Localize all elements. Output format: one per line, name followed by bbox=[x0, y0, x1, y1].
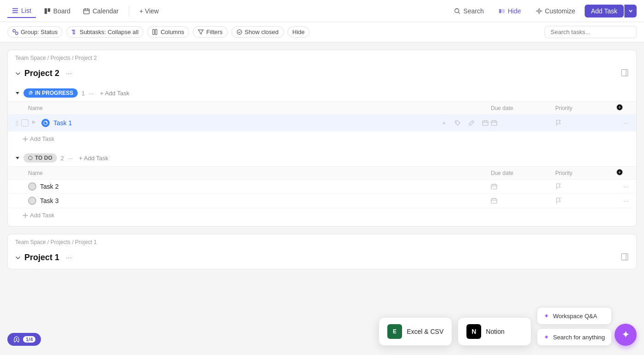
columns-chip[interactable]: Columns bbox=[147, 26, 189, 38]
toolbar-right bbox=[545, 26, 637, 38]
project-1-more[interactable]: ··· bbox=[66, 254, 72, 262]
nav-right: Search Hide Customize Add Task bbox=[448, 5, 637, 17]
task-1-more[interactable]: ··· bbox=[610, 119, 629, 127]
task-2-duedate[interactable] bbox=[491, 183, 555, 190]
todo-header: TO DO 2 ··· + Add Task bbox=[8, 150, 636, 166]
in-progress-group: IN PROGRESS 1 ··· + Add Task Name Due da… bbox=[8, 85, 636, 146]
task-3-duedate[interactable] bbox=[491, 198, 555, 204]
task-1-priority[interactable] bbox=[555, 120, 610, 126]
sparkle-icon: ✦ bbox=[544, 312, 549, 320]
notion-icon: N bbox=[466, 324, 481, 339]
tag-icon bbox=[454, 120, 461, 126]
toolbar: Group: Status Subtasks: Collapse all Col… bbox=[0, 22, 644, 42]
svg-rect-7 bbox=[499, 9, 501, 13]
task-3-priority[interactable] bbox=[555, 198, 610, 204]
task-1-duedate[interactable] bbox=[491, 120, 555, 126]
task-1-date-btn[interactable] bbox=[480, 117, 491, 128]
svg-point-30 bbox=[16, 338, 17, 340]
task-2-more[interactable]: ··· bbox=[610, 183, 629, 190]
task-3-status-icon bbox=[28, 197, 36, 205]
filter-icon bbox=[198, 29, 204, 35]
table-row[interactable]: ⣿ ▶ Task 1 + bbox=[8, 115, 636, 132]
project-2-breadcrumb: Team Space / Projects / Project 2 bbox=[8, 50, 636, 62]
task-1-add-btn[interactable]: + bbox=[438, 117, 449, 128]
show-closed-chip[interactable]: Show closed bbox=[231, 26, 284, 38]
nav-list[interactable]: List bbox=[7, 4, 36, 18]
hide-button[interactable]: Hide bbox=[493, 5, 527, 17]
project-2-more[interactable]: ··· bbox=[66, 70, 72, 78]
todo-add-task-row[interactable]: Add Task bbox=[8, 208, 636, 222]
svg-rect-24 bbox=[491, 121, 497, 126]
customize-button[interactable]: Customize bbox=[530, 5, 581, 17]
subtasks-chip[interactable]: Subtasks: Collapse all bbox=[66, 26, 144, 38]
drag-handle-icon: ⣿ bbox=[15, 120, 19, 126]
right-popups: ✦ Workspace Q&A ✦ Search for anything bbox=[537, 307, 612, 346]
in-progress-more[interactable]: ··· bbox=[89, 90, 94, 97]
task-3-more[interactable]: ··· bbox=[610, 197, 629, 204]
project-2-collapse-icon[interactable] bbox=[15, 71, 21, 76]
main-content: Team Space / Projects / Project 2 Projec… bbox=[0, 42, 644, 353]
top-nav: List Board Calendar + View Search Hide C… bbox=[0, 0, 644, 22]
add-col-icon-todo[interactable] bbox=[616, 169, 623, 176]
svg-rect-0 bbox=[12, 8, 18, 9]
in-progress-add-task-row[interactable]: Add Task bbox=[8, 132, 636, 146]
project-1-sidebar-toggle[interactable] bbox=[621, 253, 629, 262]
task-3-cal-icon bbox=[491, 198, 497, 204]
nav-calendar[interactable]: Calendar bbox=[79, 5, 123, 17]
floating-bottom: 1/4 bbox=[7, 333, 41, 346]
svg-point-25 bbox=[29, 156, 32, 160]
svg-point-10 bbox=[13, 29, 16, 32]
todo-collapse-icon[interactable] bbox=[15, 156, 20, 160]
sidebar-toggle-icon bbox=[621, 69, 629, 77]
notion-popup[interactable]: N Notion bbox=[458, 317, 531, 346]
in-progress-add-task[interactable]: + Add Task bbox=[97, 89, 132, 98]
add-task-dropdown[interactable] bbox=[624, 5, 637, 17]
project-2-sidebar-toggle[interactable] bbox=[621, 69, 629, 78]
nav-separator bbox=[129, 6, 129, 17]
table-row[interactable]: Task 3 ··· bbox=[8, 194, 636, 208]
hide-chip[interactable]: Hide bbox=[288, 26, 310, 38]
project-1-collapse-icon[interactable] bbox=[15, 255, 21, 261]
svg-rect-16 bbox=[155, 29, 157, 35]
task-2-cal-icon bbox=[491, 183, 497, 190]
filters-chip[interactable]: Filters bbox=[193, 26, 227, 38]
group-icon bbox=[12, 29, 18, 35]
in-progress-col-headers: Name Due date Priority bbox=[8, 101, 636, 115]
svg-rect-1 bbox=[12, 10, 18, 11]
svg-rect-23 bbox=[483, 121, 488, 126]
task-1-expand[interactable]: ▶ bbox=[32, 119, 40, 127]
gear-icon bbox=[536, 8, 542, 14]
task-2-priority[interactable] bbox=[555, 183, 610, 190]
project-2-card: Team Space / Projects / Project 2 Projec… bbox=[7, 50, 637, 227]
svg-point-17 bbox=[237, 29, 242, 34]
add-task-button[interactable]: Add Task bbox=[585, 5, 624, 17]
add-col-icon[interactable] bbox=[616, 104, 623, 111]
excel-csv-popup[interactable]: E Excel & CSV bbox=[379, 317, 452, 346]
todo-more[interactable]: ··· bbox=[68, 155, 73, 162]
todo-add-task[interactable]: + Add Task bbox=[76, 154, 111, 163]
search-tasks-input[interactable] bbox=[545, 26, 637, 38]
group-status-chip[interactable]: Group: Status bbox=[7, 26, 63, 38]
svg-rect-12 bbox=[72, 30, 75, 31]
flag-icon bbox=[555, 120, 562, 126]
table-row[interactable]: Task 2 ··· bbox=[8, 180, 636, 194]
todo-group: TO DO 2 ··· + Add Task Name Due date Pri… bbox=[8, 150, 636, 222]
columns-icon bbox=[152, 29, 158, 35]
task-1-edit-btn[interactable] bbox=[466, 117, 477, 128]
search-anything-popup[interactable]: ✦ Search for anything bbox=[537, 328, 612, 346]
subtasks-icon bbox=[71, 29, 77, 35]
fab-button[interactable]: ✦ bbox=[615, 324, 637, 346]
svg-rect-15 bbox=[153, 29, 155, 35]
task-1-checkbox[interactable] bbox=[21, 119, 29, 127]
rocket-button[interactable]: 1/4 bbox=[7, 333, 41, 346]
svg-rect-8 bbox=[502, 9, 505, 13]
in-progress-collapse-icon[interactable] bbox=[15, 91, 20, 95]
rocket-badge: 1/4 bbox=[23, 336, 35, 343]
task-3-flag-icon bbox=[555, 198, 562, 204]
nav-board[interactable]: Board bbox=[40, 5, 75, 17]
workspace-qa-popup[interactable]: ✦ Workspace Q&A bbox=[537, 307, 612, 325]
task-1-tag-btn[interactable] bbox=[452, 117, 463, 128]
project-1-breadcrumb: Team Space / Projects / Project 1 bbox=[8, 234, 636, 246]
search-button[interactable]: Search bbox=[448, 5, 489, 17]
nav-view[interactable]: + View bbox=[135, 5, 163, 17]
